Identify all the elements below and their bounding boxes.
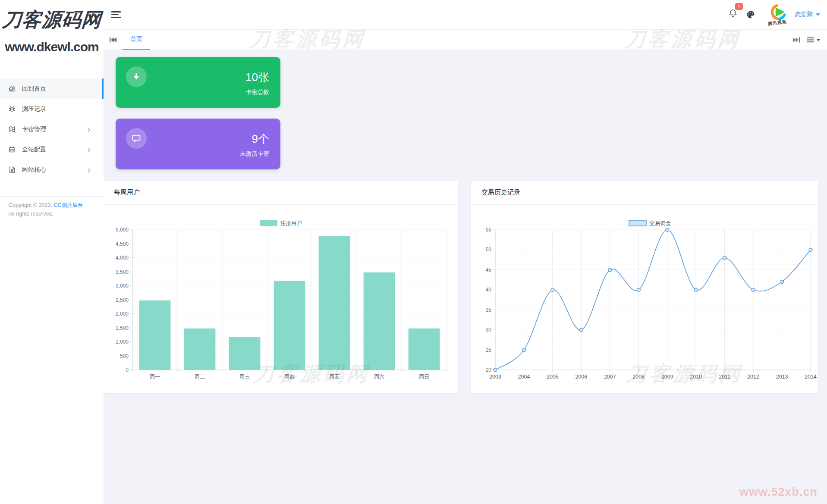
svg-text:50: 50 [486, 247, 492, 253]
chevron-right-icon [88, 147, 91, 154]
svg-text:2007: 2007 [604, 374, 616, 380]
header: 1 腾讯视频 恋爱脑 [104, 0, 827, 30]
svg-text:2014: 2014 [805, 374, 817, 380]
tabs-menu-button[interactable] [807, 37, 821, 44]
trade-history-chart: 2025303540455055200320042005200620072008… [471, 205, 818, 393]
tab-home[interactable]: 首页 [123, 30, 150, 50]
tabs-scroll-left-button[interactable] [110, 37, 116, 44]
chevron-right-icon [88, 127, 91, 134]
svg-text:55: 55 [486, 227, 492, 233]
bug-icon [8, 105, 16, 113]
svg-text:周六: 周六 [374, 374, 385, 380]
copyright: Copyright © 2023. CC测压后台 All rights rese… [9, 201, 97, 218]
sidebar-item-label: 全站配置 [22, 146, 46, 153]
svg-text:周三: 周三 [239, 374, 250, 380]
tabbar: 首页 [104, 30, 827, 50]
svg-text:2,000: 2,000 [116, 311, 129, 317]
trade-history-card: 交易历史记录 202530354045505520032004200520062… [471, 181, 818, 393]
logo-subtitle: www.dkewl.com [0, 37, 104, 57]
tab-label: 首页 [130, 35, 142, 43]
svg-text:2004: 2004 [518, 374, 530, 380]
chevron-right-icon [88, 167, 91, 174]
notification-badge: 1 [735, 3, 743, 10]
home-icon [8, 85, 16, 93]
watermark-bottom-right: www.52xb.cn [739, 485, 818, 499]
svg-text:周日: 周日 [419, 374, 430, 380]
stat-card-inactive-cards: 9个 未激活卡密 [116, 119, 280, 169]
svg-text:2011: 2011 [719, 374, 730, 380]
line-chart-legend[interactable]: 交易资金 [629, 220, 671, 226]
svg-text:2006: 2006 [575, 374, 587, 380]
sidebar-item-home[interactable]: 回到首页 [0, 78, 104, 99]
stat-card-total-cards: 10张 卡密总数 [116, 57, 280, 108]
copyright-prefix: Copyright © 2023. [9, 202, 52, 208]
svg-text:周五: 周五 [329, 374, 340, 380]
stat-label: 卡密总数 [246, 88, 269, 96]
sidebar-item-card-management[interactable]: 卡密管理 [0, 119, 104, 139]
document-icon [8, 166, 16, 174]
sidebar-item-stress-log[interactable]: 测压记录 [0, 99, 104, 119]
svg-text:1,000: 1,000 [116, 339, 129, 345]
calendar-icon [8, 146, 16, 153]
menu-collapse-icon[interactable] [111, 11, 121, 18]
sidebar-item-label: 回到首页 [22, 85, 46, 93]
sidebar: 刀客源码网 www.dkewl.com 回到首页 [0, 0, 104, 504]
tabs-scroll-right-button[interactable] [793, 37, 800, 44]
svg-text:3,500: 3,500 [116, 269, 129, 275]
sidebar-item-label: 网站核心 [22, 166, 46, 174]
sidebar-item-site-config[interactable]: 全站配置 [0, 139, 104, 160]
svg-text:45: 45 [486, 267, 492, 273]
svg-text:2009: 2009 [661, 374, 673, 380]
logo-title: 刀客源码网 [0, 3, 105, 37]
svg-text:1,500: 1,500 [116, 325, 129, 331]
svg-text:2,500: 2,500 [116, 297, 129, 303]
svg-text:2012: 2012 [747, 374, 759, 380]
bar-chart-legend[interactable]: 注册用户 [260, 220, 302, 226]
svg-text:0: 0 [126, 367, 129, 373]
avatar[interactable] [770, 3, 787, 21]
theme-palette-icon[interactable] [746, 10, 755, 19]
download-arrow-icon [126, 66, 147, 87]
sidebar-item-site-core[interactable]: 网站核心 [0, 160, 104, 180]
svg-text:5,000: 5,000 [116, 227, 129, 233]
weekly-users-chart: 05001,0001,5002,0002,5003,0003,5004,0004… [104, 205, 458, 393]
chevron-down-icon [816, 13, 820, 16]
sidebar-item-label: 测压记录 [22, 105, 46, 113]
svg-text:4,000: 4,000 [116, 255, 129, 261]
svg-text:20: 20 [486, 367, 492, 373]
svg-text:注册用户: 注册用户 [280, 220, 302, 226]
sidebar-item-label: 卡密管理 [22, 125, 46, 133]
svg-text:25: 25 [486, 347, 492, 353]
stat-value: 10张 [245, 70, 269, 85]
svg-text:3,000: 3,000 [116, 283, 129, 289]
svg-text:周二: 周二 [195, 374, 205, 380]
svg-text:交易资金: 交易资金 [649, 220, 671, 226]
weekly-users-title: 每周用户 [104, 181, 458, 205]
trade-history-title: 交易历史记录 [471, 181, 818, 205]
svg-text:2005: 2005 [547, 374, 559, 380]
notification-bell-icon[interactable] [728, 9, 739, 21]
svg-text:500: 500 [120, 353, 129, 359]
stat-value: 9个 [252, 131, 269, 147]
svg-text:2003: 2003 [489, 374, 501, 380]
logo: 刀客源码网 www.dkewl.com [0, 3, 104, 57]
svg-text:40: 40 [486, 287, 492, 293]
svg-text:4,500: 4,500 [116, 241, 129, 247]
sidebar-divider [0, 196, 104, 197]
svg-text:2013: 2013 [776, 374, 788, 380]
svg-text:周一: 周一 [150, 374, 160, 380]
stat-label: 未激活卡密 [240, 150, 270, 158]
map-search-icon [8, 125, 16, 133]
svg-text:2008: 2008 [632, 374, 645, 380]
copyright-line2: All rights reserved. [9, 211, 53, 217]
weekly-users-card: 每周用户 05001,0001,5002,0002,5003,0003,5004… [104, 181, 458, 393]
sidebar-menu: 回到首页 测压记录 卡密管理 [0, 78, 104, 180]
svg-text:2010: 2010 [690, 374, 702, 380]
user-dropdown[interactable]: 恋爱脑 [795, 11, 820, 19]
svg-text:周四: 周四 [284, 374, 295, 380]
username: 恋爱脑 [795, 11, 813, 19]
svg-text:30: 30 [486, 327, 492, 333]
copyright-link[interactable]: CC测压后台 [53, 202, 83, 208]
svg-text:35: 35 [486, 307, 492, 313]
chat-bubble-icon [126, 128, 147, 149]
